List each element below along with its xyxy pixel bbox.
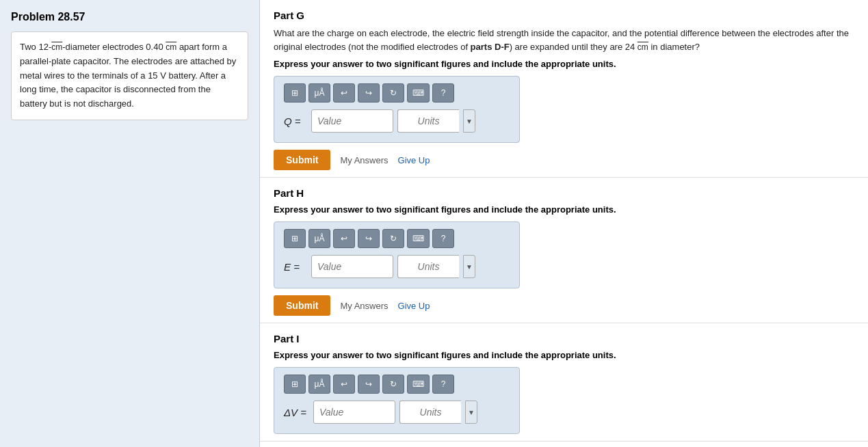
overline-cm2: cm	[166, 42, 176, 52]
grid-icon-i: ⊞	[291, 379, 298, 389]
mu-button-h[interactable]: μÅ	[308, 229, 330, 248]
mu-icon-i: μÅ	[315, 379, 325, 389]
redo-button-g[interactable]: ↪	[358, 83, 380, 103]
undo-icon-g: ↩	[341, 88, 347, 98]
part-h-units-input[interactable]	[397, 255, 459, 278]
part-h-eq-label: E =	[284, 261, 304, 273]
undo-icon-h: ↩	[341, 234, 347, 243]
part-g-input-row: Q = ▼	[284, 109, 510, 133]
undo-button-i[interactable]: ↩	[333, 375, 355, 394]
redo-button-h[interactable]: ↪	[358, 229, 380, 248]
overline-cm3: cm	[637, 42, 648, 52]
part-g-submit-button[interactable]: Submit	[274, 150, 330, 170]
part-h-give-up[interactable]: Give Up	[398, 301, 430, 311]
mu-button-i[interactable]: μÅ	[308, 375, 330, 394]
part-g-value-input[interactable]	[311, 109, 393, 133]
refresh-button-g[interactable]: ↻	[382, 83, 404, 103]
help-button-i[interactable]: ?	[432, 375, 454, 394]
problem-title: Problem 28.57	[11, 11, 248, 23]
keyboard-icon-g: ⌨	[412, 88, 424, 98]
part-g-answer-box: ⊞ μÅ ↩ ↪ ↻ ⌨ ?	[274, 76, 520, 143]
part-i-instruction: Express your answer to two significant f…	[274, 350, 854, 360]
part-h-submit-row: Submit My Answers Give Up	[274, 295, 854, 316]
part-h-answer-box: ⊞ μÅ ↩ ↪ ↻ ⌨ ?	[274, 221, 520, 288]
grid-icon-g: ⊞	[291, 88, 298, 98]
part-g-submit-row: Submit My Answers Give Up	[274, 150, 854, 170]
part-h-section: Part H Express your answer to two signif…	[260, 178, 868, 323]
keyboard-button-i[interactable]: ⌨	[407, 375, 430, 394]
part-g-question: What are the charge on each electrode, t…	[274, 27, 854, 53]
part-h-submit-button[interactable]: Submit	[274, 295, 330, 316]
part-g-eq-label: Q =	[284, 116, 304, 127]
part-i-value-input[interactable]	[313, 401, 395, 424]
help-icon-i: ?	[441, 379, 446, 389]
keyboard-button-g[interactable]: ⌨	[407, 83, 430, 103]
undo-icon-i: ↩	[341, 379, 347, 389]
part-g-instruction: Express your answer to two significant f…	[274, 59, 854, 69]
grid-button-g[interactable]: ⊞	[284, 83, 306, 103]
refresh-icon-i: ↻	[390, 379, 397, 389]
help-icon-h: ?	[441, 234, 446, 243]
part-g-toolbar: ⊞ μÅ ↩ ↪ ↻ ⌨ ?	[284, 83, 510, 103]
part-h-toolbar: ⊞ μÅ ↩ ↪ ↻ ⌨ ?	[284, 229, 510, 248]
grid-button-i[interactable]: ⊞	[284, 375, 306, 394]
help-icon-g: ?	[441, 88, 446, 98]
refresh-icon-g: ↻	[390, 88, 397, 98]
keyboard-icon-i: ⌨	[412, 379, 424, 389]
redo-icon-g: ↪	[365, 88, 372, 98]
sidebar: Problem 28.57 Two 12-cm-diameter electro…	[0, 0, 260, 447]
mu-icon-g: μÅ	[315, 88, 325, 98]
help-button-g[interactable]: ?	[432, 83, 454, 103]
part-i-eq-label: ΔV =	[284, 407, 306, 418]
part-h-value-input[interactable]	[311, 255, 393, 278]
redo-icon-i: ↪	[365, 379, 372, 389]
refresh-icon-h: ↻	[390, 234, 397, 243]
part-h-input-row: E = ▼	[284, 255, 510, 278]
part-i-toolbar: ⊞ μÅ ↩ ↪ ↻ ⌨ ?	[284, 375, 510, 394]
part-i-units-input[interactable]	[399, 401, 461, 424]
part-g-section: Part G What are the charge on each elect…	[260, 0, 868, 178]
part-g-my-answers[interactable]: My Answers	[340, 155, 388, 165]
main-content: Part G What are the charge on each elect…	[260, 0, 868, 447]
part-g-units-input[interactable]	[397, 109, 459, 133]
keyboard-button-h[interactable]: ⌨	[407, 229, 430, 248]
parts-ref: parts D-F	[471, 42, 510, 52]
part-i-answer-box: ⊞ μÅ ↩ ↪ ↻ ⌨ ?	[274, 367, 520, 434]
part-i-input-row: ΔV = ▼	[284, 401, 510, 424]
part-i-section: Part I Express your answer to two signif…	[260, 323, 868, 442]
problem-text: Two 12-cm-diameter electrodes 0.40 cm ap…	[20, 42, 236, 109]
help-button-h[interactable]: ?	[432, 229, 454, 248]
part-h-instruction: Express your answer to two significant f…	[274, 204, 854, 215]
keyboard-icon-h: ⌨	[412, 234, 424, 243]
part-h-my-answers[interactable]: My Answers	[340, 301, 388, 311]
refresh-button-i[interactable]: ↻	[382, 375, 404, 394]
part-g-give-up[interactable]: Give Up	[398, 155, 430, 165]
undo-button-g[interactable]: ↩	[333, 83, 355, 103]
problem-description: Two 12-cm-diameter electrodes 0.40 cm ap…	[11, 31, 248, 120]
part-h-title: Part H	[274, 187, 854, 199]
mu-button-g[interactable]: μÅ	[308, 83, 330, 103]
part-g-units-dropdown[interactable]: ▼	[463, 109, 475, 133]
redo-button-i[interactable]: ↪	[358, 375, 380, 394]
overline-cm1: cm	[51, 42, 62, 52]
grid-button-h[interactable]: ⊞	[284, 229, 306, 248]
redo-icon-h: ↪	[365, 234, 372, 243]
grid-icon-h: ⊞	[291, 234, 298, 243]
part-g-title: Part G	[274, 10, 854, 21]
mu-icon-h: μÅ	[315, 234, 325, 243]
part-h-units-dropdown[interactable]: ▼	[463, 255, 475, 278]
part-i-units-dropdown[interactable]: ▼	[465, 401, 477, 424]
refresh-button-h[interactable]: ↻	[382, 229, 404, 248]
undo-button-h[interactable]: ↩	[333, 229, 355, 248]
part-i-title: Part I	[274, 333, 854, 344]
